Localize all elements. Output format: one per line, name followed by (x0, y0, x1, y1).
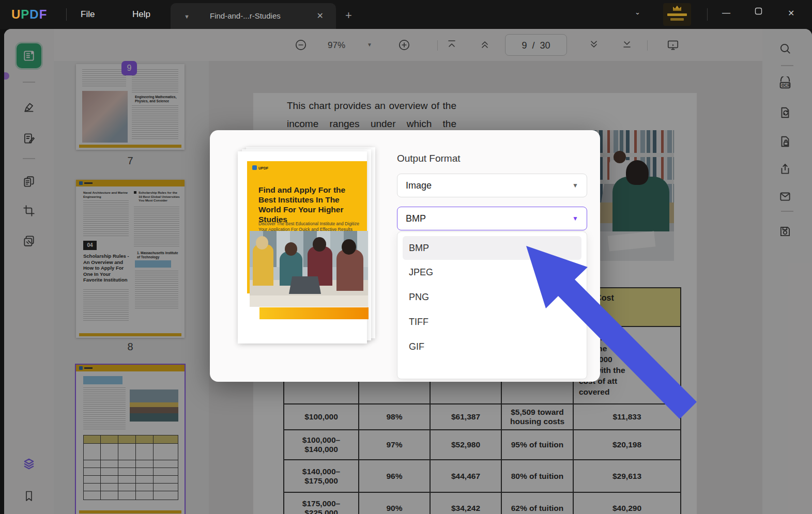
format-option-png[interactable]: PNG (397, 285, 587, 309)
crown-icon (673, 6, 681, 11)
title-bar: UPDF File Help ▼ Find-and-...r-Studies ✕… (0, 0, 812, 29)
maximize-button[interactable] (755, 7, 762, 17)
export-dialog: UPDF Find and Apply For the Best Institu… (210, 130, 600, 382)
image-format-options: BMPJPEGPNGTIFFGIF (397, 231, 587, 379)
format-select-value: Image (406, 180, 432, 191)
format-select-caret-icon[interactable]: ▼ (572, 174, 578, 197)
format-select[interactable]: Image ▼ (397, 174, 587, 197)
cover-logo: UPDF (252, 165, 268, 170)
output-format-label: Output Format (397, 153, 461, 164)
tab-chevron-down-icon[interactable]: ▼ (184, 13, 190, 20)
titlebar-chevron-down-icon[interactable]: ⌄ (635, 8, 640, 16)
format-option-gif[interactable]: GIF (397, 334, 587, 359)
titlebar-divider2 (707, 8, 708, 21)
image-format-select[interactable]: BMP ▼ (397, 207, 587, 230)
image-format-select-value: BMP (406, 213, 426, 224)
format-option-bmp[interactable]: BMP (403, 236, 581, 260)
format-option-tiff[interactable]: TIFF (397, 309, 587, 334)
minimize-button[interactable]: — (722, 8, 730, 18)
special-offer-badge[interactable] (663, 3, 691, 26)
titlebar-divider (66, 8, 67, 21)
cover-title: Find and Apply For the Best Institutes I… (258, 185, 360, 224)
document-tab[interactable]: ▼ Find-and-...r-Studies ✕ (171, 3, 336, 29)
tab-title: Find-and-...r-Studies (210, 11, 281, 20)
new-tab-button[interactable]: + (345, 9, 352, 22)
cover-ribbon (259, 307, 369, 319)
cover-photo (250, 231, 368, 307)
format-option-jpeg[interactable]: JPEG (397, 260, 587, 285)
cover-sheet: UPDF Find and Apply For the Best Institu… (238, 151, 367, 344)
menu-help[interactable]: Help (123, 0, 160, 29)
close-button[interactable]: ✕ (788, 8, 794, 18)
menu-file[interactable]: File (71, 0, 104, 29)
updf-logo: UPDF (11, 7, 47, 22)
tab-close-icon[interactable]: ✕ (317, 11, 324, 21)
image-format-caret-icon[interactable]: ▼ (572, 207, 578, 230)
